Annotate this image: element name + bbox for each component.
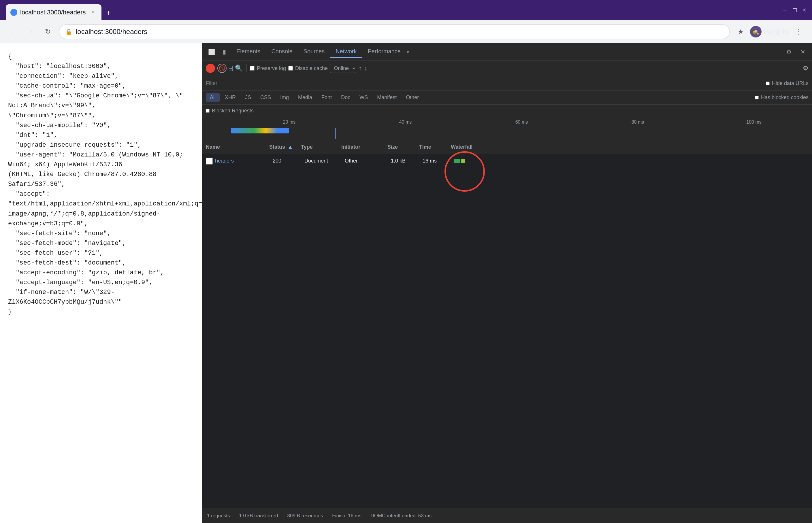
record-button[interactable]: [206, 64, 215, 73]
address-bar: ← → ↻ 🔒 localhost:3000/headers ★ 🕵 Incog…: [0, 20, 812, 43]
row-checkbox[interactable]: [206, 158, 213, 164]
network-settings-button[interactable]: ⚙: [803, 65, 809, 72]
blocked-requests-bar: Blocked Requests: [202, 105, 812, 117]
disable-cache-input[interactable]: [288, 66, 293, 71]
status-finish: Finish: 16 ms: [332, 513, 361, 519]
filter-all[interactable]: All: [206, 93, 219, 102]
filter-input[interactable]: [206, 80, 263, 87]
filter-font[interactable]: Font: [317, 93, 336, 102]
tab-network[interactable]: Network: [330, 46, 362, 58]
filter-icon[interactable]: ⍈: [229, 65, 233, 72]
devtools-settings: ⚙ ✕: [783, 46, 809, 58]
url-bar[interactable]: 🔒 localhost:3000/headers: [59, 24, 730, 39]
more-menu-button[interactable]: ⋮: [792, 25, 805, 38]
timeline-80ms: 80 ms: [580, 120, 696, 125]
back-button[interactable]: ←: [7, 25, 20, 38]
row-initiator: Other: [345, 158, 391, 164]
row-waterfall: [454, 159, 809, 163]
sort-arrow-icon: ▲: [288, 144, 293, 150]
tab-close-button[interactable]: ×: [89, 8, 97, 16]
col-header-size[interactable]: Size: [387, 144, 419, 150]
blocked-requests-checkbox-label[interactable]: Blocked Requests: [206, 108, 254, 114]
tab-elements[interactable]: Elements: [231, 46, 265, 58]
filter-img[interactable]: Img: [276, 93, 293, 102]
tab-performance[interactable]: Performance: [363, 46, 406, 58]
col-header-status[interactable]: Status ▲: [269, 144, 301, 150]
filter-ws[interactable]: WS: [355, 93, 372, 102]
filter-doc[interactable]: Doc: [337, 93, 354, 102]
waterfall-segment-lime: [461, 159, 465, 163]
incognito-avatar: 🕵: [750, 26, 762, 37]
status-requests: 1 requests: [207, 513, 230, 519]
col-header-time[interactable]: Time: [419, 144, 451, 150]
device-toggle-button[interactable]: ▮: [218, 46, 230, 58]
upload-icon[interactable]: ↑: [358, 65, 362, 72]
blocked-requests-input[interactable]: [206, 109, 210, 113]
hide-data-urls-checkbox[interactable]: [766, 82, 770, 85]
timeline-100ms: 100 ms: [696, 120, 812, 125]
filter-css[interactable]: CSS: [256, 93, 275, 102]
waterfall-segment-green: [454, 159, 460, 163]
tab-console[interactable]: Console: [266, 46, 298, 58]
row-size: 1.0 kB: [391, 158, 423, 164]
timeline-60ms: 60 ms: [463, 120, 580, 125]
search-icon[interactable]: 🔍: [235, 65, 243, 72]
active-tab[interactable]: localhost:3000/headers ×: [6, 4, 102, 20]
col-header-type[interactable]: Type: [301, 144, 341, 150]
browser-window: localhost:3000/headers × + ─ □ × ← → ↻ 🔒…: [0, 0, 812, 523]
star-icon[interactable]: ★: [735, 25, 747, 38]
filter-media[interactable]: Media: [294, 93, 316, 102]
tab-sources[interactable]: Sources: [298, 46, 330, 58]
col-header-name[interactable]: Name: [206, 144, 269, 150]
filter-bar: Hide data URLs: [202, 76, 812, 91]
maximize-button[interactable]: □: [793, 6, 797, 14]
incognito-label: Incognito: [764, 28, 790, 35]
type-filter-bar: All XHR JS CSS Img Media Font Doc WS Man…: [202, 91, 812, 105]
col-header-waterfall[interactable]: Waterfall: [451, 144, 809, 150]
status-dom-content-loaded: DOMContentLoaded: 53 ms: [370, 513, 431, 519]
devtools-toolbar: ⬜ ▮ Elements Console Sources Network Per…: [202, 43, 812, 60]
close-window-button[interactable]: ×: [802, 6, 806, 14]
table-row[interactable]: headers 200 Document Other 1.0 kB 16 ms: [202, 154, 812, 168]
clear-button[interactable]: 🚫: [217, 64, 227, 73]
table-body: headers 200 Document Other 1.0 kB 16 ms: [202, 154, 812, 508]
inspect-element-button[interactable]: ⬜: [206, 46, 217, 58]
more-tabs-button[interactable]: »: [406, 49, 410, 55]
download-icon[interactable]: ↓: [364, 65, 367, 72]
reload-button[interactable]: ↻: [41, 25, 54, 38]
row-type: Document: [304, 158, 345, 164]
timeline-40ms: 40 ms: [347, 120, 463, 125]
filter-other[interactable]: Other: [402, 93, 423, 102]
network-throttle-select[interactable]: Online: [330, 64, 356, 73]
devtools-close-button[interactable]: ✕: [797, 46, 809, 58]
page-content: { "host": "localhost:3000", "connection"…: [0, 43, 202, 523]
preserve-log-input[interactable]: [250, 66, 254, 71]
filter-js[interactable]: JS: [241, 93, 255, 102]
waterfall-bar: [454, 159, 809, 163]
hide-data-urls-label: Hide data URLs: [766, 80, 809, 87]
filter-xhr[interactable]: XHR: [221, 93, 240, 102]
timeline-bar-container: [231, 128, 812, 133]
timeline-cursor: [335, 128, 336, 139]
row-time: 16 ms: [423, 158, 454, 164]
network-toolbar: 🚫 ⍈ 🔍 Preserve log Disable cache Online …: [202, 60, 812, 76]
disable-cache-checkbox[interactable]: Disable cache: [288, 66, 328, 71]
timeline-bar: [231, 128, 289, 133]
col-header-initiator[interactable]: Initiator: [341, 144, 387, 150]
main-content: { "host": "localhost:3000", "connection"…: [0, 43, 812, 523]
devtools-statusbar: 1 requests 1.0 kB transferred 809 B reso…: [202, 508, 812, 523]
forward-button[interactable]: →: [24, 25, 37, 38]
devtools-settings-button[interactable]: ⚙: [783, 46, 795, 58]
status-transferred: 1.0 kB transferred: [239, 513, 278, 519]
new-tab-button[interactable]: +: [102, 6, 116, 20]
minimize-button[interactable]: ─: [782, 6, 787, 14]
url-text: localhost:3000/headers: [76, 28, 724, 36]
preserve-log-checkbox[interactable]: Preserve log: [250, 66, 286, 71]
blocked-cookies-checkbox[interactable]: [755, 96, 759, 100]
filter-manifest[interactable]: Manifest: [373, 93, 401, 102]
row-status: 200: [273, 158, 304, 164]
tab-strip: localhost:3000/headers × +: [6, 0, 779, 20]
tab-favicon: [11, 9, 17, 16]
incognito-button[interactable]: 🕵 Incognito: [750, 26, 790, 37]
upload-download: ↑ ↓: [358, 65, 367, 72]
